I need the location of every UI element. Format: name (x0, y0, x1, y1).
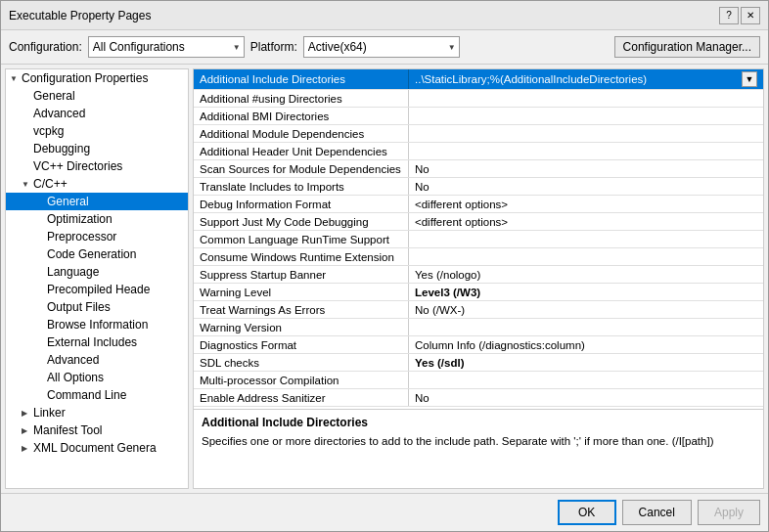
tree-arrow-manifest-tool: ▶ (22, 426, 31, 435)
tree-label-command-line: Command Line (47, 388, 126, 402)
tree-item-manifest-tool[interactable]: ▶Manifest Tool (6, 421, 188, 439)
main-window: Executable Property Pages ? ✕ Configurat… (0, 0, 769, 532)
window-title: Executable Property Pages (9, 9, 151, 22)
prop-row-6[interactable]: Translate Includes to ImportsNo (194, 178, 763, 196)
prop-value-text-18: No (415, 392, 430, 404)
prop-row-7[interactable]: Debug Information Format<different optio… (194, 196, 763, 213)
prop-name-13: Treat Warnings As Errors (194, 301, 409, 318)
platform-dropdown-wrapper: Active(x64) (303, 36, 460, 58)
tree-item-debugging[interactable]: Debugging (6, 140, 188, 157)
prop-value-dropdown-btn-0[interactable]: ▼ (742, 71, 757, 87)
prop-row-15[interactable]: Diagnostics FormatColumn Info (/diagnost… (194, 336, 763, 354)
tree-label-output-files: Output Files (47, 300, 111, 314)
prop-row-13[interactable]: Treat Warnings As ErrorsNo (/WX-) (194, 301, 763, 319)
tree-item-advanced[interactable]: Advanced (6, 105, 188, 122)
tree-label-general: General (33, 89, 75, 103)
prop-value-9 (409, 231, 763, 247)
prop-value-text-0: ..\StaticLibrary;%(AdditionalIncludeDire… (415, 73, 647, 85)
prop-row-18[interactable]: Enable Address SanitizerNo (194, 389, 763, 407)
tree-item-cpp-general[interactable]: General (6, 193, 188, 210)
tree-item-precompiled-headers[interactable]: Precompiled Heade (6, 281, 188, 298)
prop-row-16[interactable]: SDL checksYes (/sdl) (194, 354, 763, 372)
prop-name-12: Warning Level (194, 284, 409, 300)
prop-row-8[interactable]: Support Just My Code Debugging<different… (194, 213, 763, 231)
prop-name-8: Support Just My Code Debugging (194, 213, 409, 230)
tree-label-browse-information: Browse Information (47, 318, 148, 332)
config-manager-button[interactable]: Configuration Manager... (614, 36, 760, 58)
tree-arrow-linker: ▶ (22, 409, 31, 418)
prop-value-12: Level3 (/W3) (409, 284, 763, 300)
tree-label-cpp-general: General (47, 195, 89, 208)
properties-panel: Additional Include Directories..\StaticL… (193, 68, 764, 489)
tree-item-vcpkg[interactable]: vcpkg (6, 122, 188, 140)
prop-value-10 (409, 248, 763, 265)
prop-value-text-15: Column Info (/diagnostics:column) (415, 339, 585, 351)
help-button[interactable]: ? (719, 7, 739, 24)
prop-name-17: Multi-processor Compilation (194, 372, 409, 388)
tree-item-code-generation[interactable]: Code Generation (6, 245, 188, 263)
main-content: ▼Configuration PropertiesGeneralAdvanced… (1, 65, 768, 493)
tree-item-advanced2[interactable]: Advanced (6, 351, 188, 369)
prop-name-15: Diagnostics Format (194, 336, 409, 353)
tree-item-external-includes[interactable]: External Includes (6, 333, 188, 351)
config-dropdown[interactable]: All Configurations (88, 36, 245, 58)
prop-name-1: Additional #using Directories (194, 90, 409, 107)
prop-name-7: Debug Information Format (194, 196, 409, 212)
tree-label-cpp: C/C++ (33, 177, 68, 191)
prop-value-14 (409, 319, 763, 335)
tree-item-language[interactable]: Language (6, 263, 188, 281)
prop-value-2 (409, 108, 763, 124)
prop-row-1[interactable]: Additional #using Directories (194, 90, 763, 108)
prop-row-12[interactable]: Warning LevelLevel3 (/W3) (194, 284, 763, 301)
tree-label-linker: Linker (33, 406, 66, 420)
prop-value-text-16: Yes (/sdl) (415, 357, 465, 369)
tree-label-config-properties: Configuration Properties (22, 71, 148, 85)
prop-value-17 (409, 372, 763, 388)
prop-value-0: ..\StaticLibrary;%(AdditionalIncludeDire… (409, 69, 763, 89)
bottom-bar: OK Cancel Apply (1, 493, 768, 531)
tree-item-all-options[interactable]: All Options (6, 369, 188, 386)
prop-row-9[interactable]: Common Language RunTime Support (194, 231, 763, 248)
prop-value-16: Yes (/sdl) (409, 354, 763, 371)
prop-value-6: No (409, 178, 763, 195)
tree-label-external-includes: External Includes (47, 335, 137, 349)
tree-item-command-line[interactable]: Command Line (6, 386, 188, 404)
ok-button[interactable]: OK (558, 500, 616, 525)
prop-value-11: Yes (/nologo) (409, 266, 763, 283)
prop-row-11[interactable]: Suppress Startup BannerYes (/nologo) (194, 266, 763, 284)
tree-item-optimization[interactable]: Optimization (6, 210, 188, 228)
prop-row-5[interactable]: Scan Sources for Module DependenciesNo (194, 160, 763, 178)
prop-row-10[interactable]: Consume Windows Runtime Extension (194, 248, 763, 266)
tree-label-vcpkg: vcpkg (33, 124, 64, 138)
prop-row-14[interactable]: Warning Version (194, 319, 763, 336)
description-title: Additional Include Directories (202, 416, 755, 429)
tree-item-output-files[interactable]: Output Files (6, 298, 188, 316)
prop-row-0[interactable]: Additional Include Directories..\StaticL… (194, 69, 763, 90)
tree-item-vcpp-directories[interactable]: VC++ Directories (6, 157, 188, 175)
tree-label-manifest-tool: Manifest Tool (33, 423, 102, 437)
tree-label-language: Language (47, 265, 99, 279)
prop-row-2[interactable]: Additional BMI Directories (194, 108, 763, 125)
tree-label-all-options: All Options (47, 371, 104, 384)
prop-row-17[interactable]: Multi-processor Compilation (194, 372, 763, 389)
prop-value-8: <different options> (409, 213, 763, 230)
tree-item-cpp[interactable]: ▼C/C++ (6, 175, 188, 193)
config-label: Configuration: (9, 40, 82, 54)
tree-label-debugging: Debugging (33, 142, 90, 155)
tree-item-xml-document[interactable]: ▶XML Document Genera (6, 439, 188, 457)
tree-item-linker[interactable]: ▶Linker (6, 404, 188, 421)
prop-value-3 (409, 125, 763, 142)
tree-item-browse-information[interactable]: Browse Information (6, 316, 188, 333)
prop-name-11: Suppress Startup Banner (194, 266, 409, 283)
close-button[interactable]: ✕ (741, 7, 760, 24)
prop-row-3[interactable]: Additional Module Dependencies (194, 125, 763, 143)
tree-label-vcpp-directories: VC++ Directories (33, 159, 122, 173)
apply-button[interactable]: Apply (698, 500, 760, 525)
tree-item-config-properties[interactable]: ▼Configuration Properties (6, 69, 188, 87)
tree-item-preprocessor[interactable]: Preprocessor (6, 228, 188, 245)
title-bar-buttons: ? ✕ (719, 7, 760, 24)
prop-row-4[interactable]: Additional Header Unit Dependencies (194, 143, 763, 160)
cancel-button[interactable]: Cancel (622, 500, 692, 525)
tree-item-general[interactable]: General (6, 87, 188, 105)
platform-dropdown[interactable]: Active(x64) (303, 36, 460, 58)
